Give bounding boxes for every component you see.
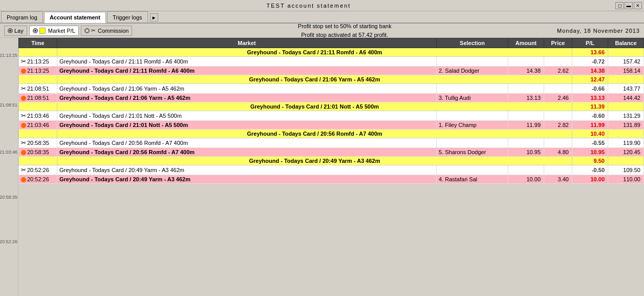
row-time: 21:08:51 bbox=[19, 94, 57, 102]
row-pl: 14.38 bbox=[572, 67, 608, 75]
date-display: Monday, 18 November 2013 bbox=[557, 28, 640, 34]
row-price: 4.80 bbox=[544, 148, 572, 157]
table-row: ✂21:13:25 Greyhound - Todays Card / 21:1… bbox=[19, 57, 644, 67]
row-price: 3.40 bbox=[544, 175, 572, 184]
filter-market-pl-label: Market P/L bbox=[48, 28, 75, 34]
row-balance bbox=[608, 157, 644, 165]
circle-icon bbox=[21, 96, 26, 101]
circle-icon bbox=[21, 123, 26, 128]
col-header-amount: Amount bbox=[508, 38, 544, 48]
row-amount: 10.95 bbox=[508, 148, 544, 157]
scissors-icon: ✂ bbox=[21, 85, 26, 92]
row-pl: 13.66 bbox=[572, 48, 608, 57]
row-time: 21:03:46 bbox=[19, 121, 57, 130]
row-time: ✂20:52:26 bbox=[19, 165, 57, 175]
row-balance: 110.00 bbox=[608, 175, 644, 184]
row-time: 21:13:25 bbox=[19, 67, 57, 75]
row-pl: 10.40 bbox=[572, 130, 608, 138]
row-amount bbox=[508, 84, 544, 94]
row-pl: 11.39 bbox=[572, 102, 608, 111]
tab-account-statement[interactable]: Account statement bbox=[44, 12, 106, 23]
row-selection: 4. Rastafari Sal bbox=[437, 175, 508, 184]
title-bar: TEST account statement ◻ ▬ ✕ bbox=[0, 0, 644, 11]
time-value: 21:03:46 bbox=[27, 113, 49, 119]
date-text: Monday, 18 November 2013 bbox=[557, 28, 640, 34]
filter-commission-label: Commission bbox=[98, 28, 129, 34]
restore-button[interactable]: ◻ bbox=[615, 2, 624, 9]
filter-lay[interactable]: Lay bbox=[4, 26, 27, 36]
table-row: 21:03:46 Greyhound - Todays Card / 21:01… bbox=[19, 121, 644, 130]
row-price: 2.62 bbox=[544, 67, 572, 75]
account-table: Time Market Selection Amount Price P/L B… bbox=[18, 38, 644, 184]
row-balance: 120.45 bbox=[608, 148, 644, 157]
tab-program-log[interactable]: Program log bbox=[1, 11, 43, 23]
row-pl: -0.55 bbox=[572, 138, 608, 148]
row-time: 20:52:26 bbox=[19, 175, 57, 184]
row-amount bbox=[508, 165, 544, 175]
market-pl-icon bbox=[39, 28, 46, 34]
title-bar-buttons: ◻ ▬ ✕ bbox=[615, 2, 642, 9]
table-wrapper: Time Market Selection Amount Price P/L B… bbox=[18, 38, 644, 296]
row-pl: -0.66 bbox=[572, 84, 608, 94]
row-selection: 3. Tullig Audi bbox=[437, 94, 508, 102]
filter-market-pl[interactable]: Market P/L bbox=[29, 26, 79, 36]
tab-trigger-logs[interactable]: Trigger logs bbox=[107, 11, 148, 23]
radio-market-pl bbox=[33, 28, 38, 33]
row-balance bbox=[608, 48, 644, 57]
row-price: 2.46 bbox=[544, 94, 572, 102]
row-pl: 10.95 bbox=[572, 148, 608, 157]
table-row: Greyhound - Todays Card / 20:56 Romfd - … bbox=[19, 130, 644, 138]
row-price: 2.82 bbox=[544, 121, 572, 130]
row-pl: -0.72 bbox=[572, 57, 608, 67]
row-market: Greyhound - Todays Card / 20:56 Romfd - … bbox=[57, 148, 437, 157]
table-row: ✂21:03:46 Greyhound - Todays Card / 21:0… bbox=[19, 111, 644, 121]
row-balance: 131.89 bbox=[608, 121, 644, 130]
scissors-icon: ✂ bbox=[21, 166, 26, 174]
table-row: 20:52:26 Greyhound - Todays Card / 20:49… bbox=[19, 175, 644, 184]
profit-info: Profit stop set to 50% of starting bank … bbox=[134, 22, 555, 39]
circle-icon bbox=[21, 177, 26, 182]
row-time bbox=[19, 102, 57, 111]
col-header-balance: Balance bbox=[608, 38, 644, 48]
time-value: 20:58:35 bbox=[27, 140, 49, 146]
row-time bbox=[19, 48, 57, 57]
row-time: ✂21:08:51 bbox=[19, 84, 57, 94]
row-selection: 1. Filey Champ bbox=[437, 121, 508, 130]
time-marker-2: 21:03:46 bbox=[0, 150, 17, 155]
row-time: 20:58:35 bbox=[19, 148, 57, 157]
filter-lay-label: Lay bbox=[14, 28, 24, 34]
row-time bbox=[19, 75, 57, 84]
tab-arrow[interactable]: ► bbox=[150, 13, 158, 22]
row-selection: 2. Salad Dodger bbox=[437, 67, 508, 75]
table-row: ✂20:52:26 Greyhound - Todays Card / 20:4… bbox=[19, 165, 644, 175]
circle-icon bbox=[21, 69, 26, 74]
row-market: Greyhound - Todays Card / 21:06 Yarm - A… bbox=[57, 94, 437, 102]
row-selection bbox=[437, 165, 508, 175]
row-amount: 14.38 bbox=[508, 67, 544, 75]
row-time bbox=[19, 157, 57, 165]
row-selection: 5. Sharons Dodger bbox=[437, 148, 508, 157]
row-balance bbox=[608, 102, 644, 111]
row-time: ✂21:13:25 bbox=[19, 57, 57, 67]
col-header-pl: P/L bbox=[572, 38, 608, 48]
row-pl: -0.60 bbox=[572, 111, 608, 121]
time-marker-1: 21:08:51 bbox=[0, 102, 17, 108]
row-pl: 9.50 bbox=[572, 157, 608, 165]
time-gutter: 21:13:25 21:08:51 21:03:46 20:58:35 20:5… bbox=[0, 38, 18, 296]
table-row: 21:08:51 Greyhound - Todays Card / 21:06… bbox=[19, 94, 644, 102]
close-button[interactable]: ✕ bbox=[634, 2, 642, 9]
time-value: 21:13:25 bbox=[27, 68, 49, 74]
filter-commission[interactable]: ✂ Commission bbox=[81, 26, 133, 36]
time-value: 21:08:51 bbox=[27, 95, 49, 101]
row-market: Greyhound - Todays Card / 20:56 Romfd - … bbox=[57, 130, 572, 138]
row-market: Greyhound - Todays Card / 21:06 Yarm - A… bbox=[57, 84, 437, 94]
time-marker-3: 20:58:35 bbox=[0, 195, 17, 200]
time-value: 20:52:26 bbox=[27, 167, 49, 173]
row-balance: 144.42 bbox=[608, 94, 644, 102]
col-header-market: Market bbox=[57, 38, 437, 48]
minimize-button[interactable]: ▬ bbox=[625, 2, 633, 9]
time-value: 20:52:26 bbox=[27, 176, 49, 182]
row-market: Greyhound - Todays Card / 21:01 Nott - A… bbox=[57, 111, 437, 121]
scissors-icon: ✂ bbox=[21, 139, 26, 146]
row-market: Greyhound - Todays Card / 21:11 Romfd - … bbox=[57, 48, 572, 57]
